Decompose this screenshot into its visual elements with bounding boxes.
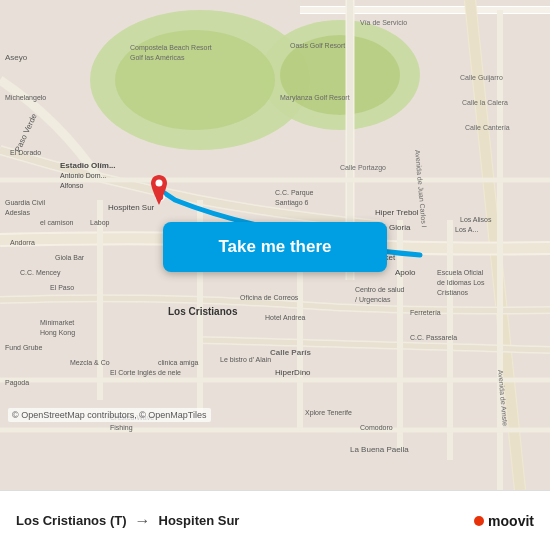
svg-text:Los Alisos: Los Alisos (460, 216, 492, 223)
route-info: Los Cristianos (T) → Hospiten Sur (16, 512, 474, 530)
moovit-logo: moovit (474, 513, 534, 529)
route-from: Los Cristianos (T) (16, 513, 127, 528)
svg-text:Pagoda: Pagoda (5, 379, 29, 387)
svg-text:HiperDino: HiperDino (275, 368, 311, 377)
svg-text:Mezcla & Co: Mezcla & Co (70, 359, 110, 366)
svg-text:Hotel Andrea: Hotel Andrea (265, 314, 306, 321)
svg-text:Cristianos: Cristianos (437, 289, 469, 296)
svg-text:La Buena Paella: La Buena Paella (350, 445, 409, 454)
svg-text:Ferretería: Ferretería (410, 309, 441, 316)
route-arrow-icon: → (135, 512, 151, 530)
svg-text:Golf las Américas: Golf las Américas (130, 54, 185, 61)
svg-text:Calle Cantería: Calle Cantería (465, 124, 510, 131)
svg-text:Minimarket: Minimarket (40, 319, 74, 326)
svg-text:Labop: Labop (90, 219, 110, 227)
svg-text:Antonio Dom...: Antonio Dom... (60, 172, 106, 179)
svg-text:Centro de salud: Centro de salud (355, 286, 405, 293)
svg-text:El Paso: El Paso (50, 284, 74, 291)
svg-text:el camison: el camison (40, 219, 74, 226)
svg-text:Apolo: Apolo (395, 268, 416, 277)
svg-text:Calle Guijarro: Calle Guijarro (460, 74, 503, 82)
svg-point-68 (156, 180, 163, 187)
svg-text:Santiago 6: Santiago 6 (275, 199, 309, 207)
svg-text:Andorra: Andorra (10, 239, 35, 246)
svg-text:Estadio Olím...: Estadio Olím... (60, 161, 116, 170)
map-pin (147, 175, 171, 205)
route-to: Hospiten Sur (159, 513, 240, 528)
svg-text:Fund Grube: Fund Grube (5, 344, 42, 351)
svg-text:C.C. Mencey: C.C. Mencey (20, 269, 61, 277)
svg-text:Calle la Calera: Calle la Calera (462, 99, 508, 106)
svg-text:Xplore Tenerife: Xplore Tenerife (305, 409, 352, 417)
moovit-brand: moovit (488, 513, 534, 529)
svg-text:Los Cristianos: Los Cristianos (168, 306, 238, 317)
map-attribution: © OpenStreetMap contributors, © OpenMapT… (8, 408, 211, 422)
svg-text:Adeslas: Adeslas (5, 209, 30, 216)
svg-text:Michelangelo: Michelangelo (5, 94, 46, 102)
svg-text:clinica amiga: clinica amiga (158, 359, 199, 367)
svg-text:Los A...: Los A... (455, 226, 478, 233)
svg-text:Giola Bar: Giola Bar (55, 254, 85, 261)
svg-text:Marylanza Golf Resort: Marylanza Golf Resort (280, 94, 350, 102)
svg-text:Hiper Trebol: Hiper Trebol (375, 208, 419, 217)
svg-text:de Idiomas Los: de Idiomas Los (437, 279, 485, 286)
bottom-bar: Los Cristianos (T) → Hospiten Sur moovit (0, 490, 550, 550)
svg-text:C.C. Parque: C.C. Parque (275, 189, 314, 197)
svg-text:Hong Kong: Hong Kong (40, 329, 75, 337)
svg-text:Escuela Oficial: Escuela Oficial (437, 269, 484, 276)
svg-text:Le bistro d' Alain: Le bistro d' Alain (220, 356, 271, 363)
svg-text:Aseyo: Aseyo (5, 53, 28, 62)
svg-text:Vía de Servicio: Vía de Servicio (360, 19, 407, 26)
svg-text:Calle París: Calle París (270, 348, 311, 357)
svg-text:Calle Portazgo: Calle Portazgo (340, 164, 386, 172)
map-container: Compostela Beach Resort Golf las América… (0, 0, 550, 490)
svg-text:Fishing: Fishing (110, 424, 133, 432)
svg-text:Alfonso: Alfonso (60, 182, 83, 189)
svg-text:de nele: de nele (158, 369, 181, 376)
svg-text:C.C. Passarela: C.C. Passarela (410, 334, 457, 341)
svg-text:Guardia Civil: Guardia Civil (5, 199, 46, 206)
svg-text:Compostela Beach Resort: Compostela Beach Resort (130, 44, 212, 52)
svg-text:El Corte Inglés: El Corte Inglés (110, 369, 156, 377)
svg-text:/ Urgencias: / Urgencias (355, 296, 391, 304)
svg-text:Oficina de Correos: Oficina de Correos (240, 294, 299, 301)
svg-text:Comodoro: Comodoro (360, 424, 393, 431)
moovit-dot (474, 516, 484, 526)
take-me-there-button[interactable]: Take me there (163, 222, 387, 272)
svg-text:Oasis Golf Resort: Oasis Golf Resort (290, 42, 345, 49)
